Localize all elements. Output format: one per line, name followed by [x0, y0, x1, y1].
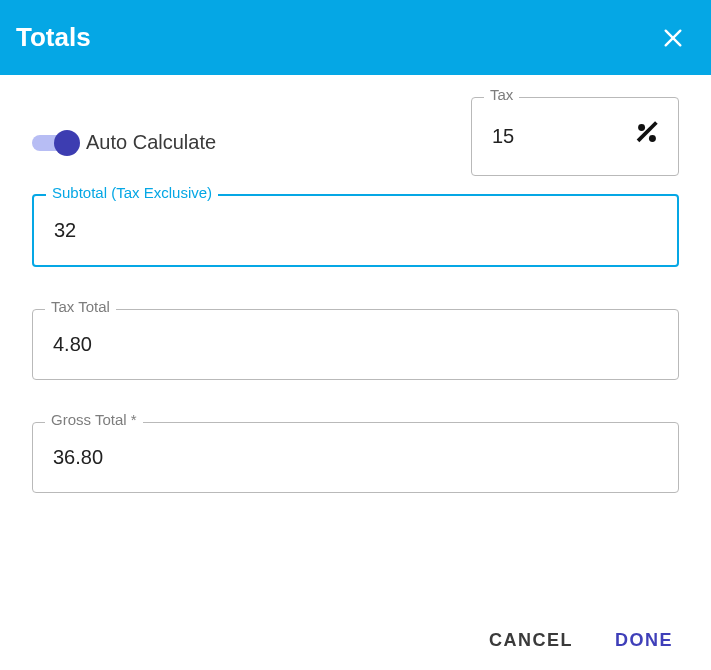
tax-total-input[interactable] — [51, 332, 660, 357]
dialog-title: Totals — [16, 22, 91, 53]
dialog-footer: CANCEL DONE — [483, 629, 679, 652]
dialog-header: Totals — [0, 0, 711, 75]
close-button[interactable] — [659, 24, 687, 52]
auto-calculate-group: Auto Calculate — [32, 119, 216, 154]
close-icon — [662, 27, 684, 49]
dialog-content: Auto Calculate Tax Subtotal (Tax Exclusi… — [0, 75, 711, 493]
auto-calculate-label: Auto Calculate — [86, 131, 216, 154]
auto-calculate-toggle[interactable] — [32, 135, 76, 151]
subtotal-field: Subtotal (Tax Exclusive) — [32, 194, 679, 267]
tax-total-field: Tax Total — [32, 309, 679, 380]
tax-total-label: Tax Total — [45, 298, 116, 315]
gross-total-field: Gross Total * — [32, 422, 679, 493]
tax-field: Tax — [471, 97, 679, 176]
percent-icon — [634, 120, 660, 153]
svg-point-3 — [649, 135, 656, 142]
toggle-knob — [54, 130, 80, 156]
svg-point-2 — [638, 124, 645, 131]
gross-total-input[interactable] — [51, 445, 660, 470]
subtotal-input[interactable] — [52, 218, 659, 243]
tax-label: Tax — [484, 86, 519, 103]
tax-input[interactable] — [490, 124, 600, 149]
subtotal-label: Subtotal (Tax Exclusive) — [46, 184, 218, 201]
gross-total-label: Gross Total * — [45, 411, 143, 428]
done-button[interactable]: DONE — [609, 629, 679, 652]
cancel-button[interactable]: CANCEL — [483, 629, 579, 652]
top-row: Auto Calculate Tax — [32, 97, 679, 176]
